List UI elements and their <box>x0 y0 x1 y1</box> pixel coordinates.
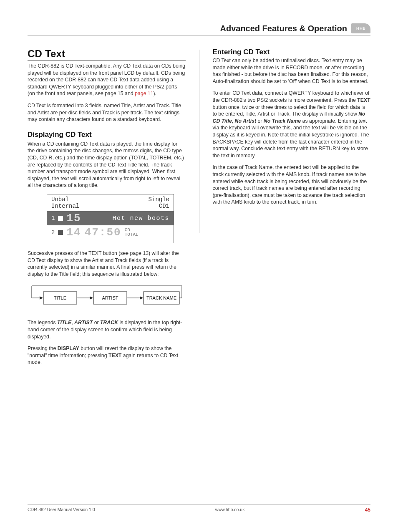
entering-p3: In the case of Track Name, the entered t… <box>213 164 371 206</box>
footer-center: www.hhb.co.uk <box>215 507 245 513</box>
text-button-ref: TEXT <box>108 353 121 358</box>
fields-paragraph: CD Text is formatted into 3 fields, name… <box>28 102 186 123</box>
no-track-name: No Track Name <box>264 118 301 124</box>
page-number: 45 <box>365 507 370 513</box>
heading-displaying: Displaying CD Text <box>28 131 186 139</box>
lcd-row2-index: 2 <box>51 229 55 236</box>
page-footer: CDR-882 User Manual Version 1.0 www.hhb.… <box>28 504 370 513</box>
no-artist: No Artist <box>235 118 256 124</box>
displaying-paragraph: When a CD containing CD Text data is pla… <box>28 141 186 189</box>
left-column: CD Text The CDR-882 is CD Text-compatibl… <box>28 48 186 371</box>
lcd-row1-track: 15 <box>66 212 81 224</box>
display-button-ref: DISPLAY <box>58 345 79 351</box>
lcd-row1-index: 1 <box>51 215 55 222</box>
stop-icon <box>58 230 63 235</box>
flow-trackname: TRACK NAME <box>146 295 176 300</box>
lcd-row2-time: 47:50 <box>85 226 121 239</box>
intro-paragraph: The CDR-882 is CD Text-compatible. Any C… <box>28 63 186 97</box>
display-button-paragraph: Pressing the DISPLAY button will revert … <box>28 345 186 366</box>
stop-icon <box>58 216 63 221</box>
legend-artist: ARTIST <box>74 320 93 325</box>
lcd-top-right: Single CD1 <box>149 196 169 209</box>
legend-track: TRACK <box>100 320 118 325</box>
text-button-paragraph: Successive presses of the TEXT button (s… <box>28 250 186 277</box>
column-divider <box>199 50 199 233</box>
footer-left: CDR-882 User Manual Version 1.0 <box>28 507 95 513</box>
intro-text-b: ). <box>154 91 157 96</box>
lcd-row1-title: Hot new boots <box>85 215 169 222</box>
lcd-row2-track: 14 <box>66 226 81 239</box>
banner-title: Advanced Features & Operation <box>220 24 347 33</box>
intro-text-a: The CDR-882 is CD Text-compatible. Any C… <box>28 63 185 96</box>
heading-entering: Entering CD Text <box>213 48 371 56</box>
right-column: Entering CD Text CD Text can only be add… <box>213 48 371 371</box>
legend-title: TITLE <box>57 320 71 325</box>
flow-artist: ARTIST <box>102 295 118 300</box>
flow-title: TITLE <box>54 295 66 300</box>
page-banner: Advanced Features & Operation HHb <box>28 23 370 35</box>
lcd-display-mock: Unbal Internal Single CD1 1 15 Hot new b… <box>47 194 174 243</box>
lcd-row2-meta: CD TOTAL <box>125 228 139 237</box>
heading-cd-text: CD Text <box>28 48 186 61</box>
page-11-link[interactable]: page 11 <box>135 91 153 96</box>
brand-logo: HHb <box>351 23 370 33</box>
lcd-top-left: Unbal Internal <box>51 196 79 209</box>
entering-p2: To enter CD Text data, connect a QWERTY … <box>213 90 371 159</box>
legends-paragraph: The legends TITLE, ARTIST or TRACK is di… <box>28 319 186 340</box>
text-button-ref2: TEXT <box>357 97 370 103</box>
entering-p1: CD Text can only be added to unfinalised… <box>213 57 371 85</box>
flow-diagram: TITLE ARTIST TRACK NAME <box>28 283 186 313</box>
